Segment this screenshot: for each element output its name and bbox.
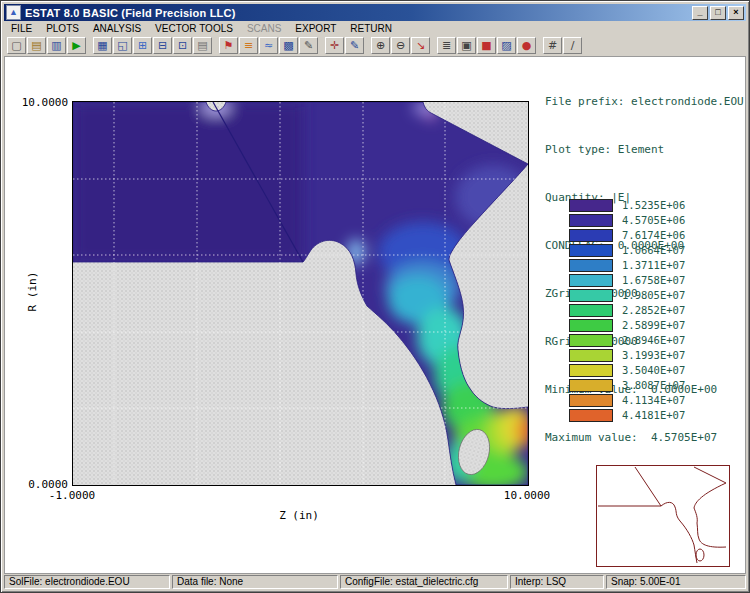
- status-interp: Interp: LSQ: [510, 575, 604, 589]
- toolbar-button-probe[interactable]: ✛: [325, 37, 344, 54]
- legend-swatch: [569, 319, 613, 332]
- toolbar-button-flag[interactable]: ⚑: [219, 37, 238, 54]
- menu-analysis[interactable]: ANALYSIS: [86, 23, 148, 34]
- toolbar-button-open-file[interactable]: ▤: [27, 37, 46, 54]
- toolbar-button-zoom-in[interactable]: ⊕: [371, 37, 390, 54]
- toolbar-button-dot-grid[interactable]: ⊡: [173, 37, 192, 54]
- toolbar-button-edit[interactable]: ✎: [299, 37, 318, 54]
- menu-export[interactable]: EXPORT: [288, 23, 343, 34]
- legend-value: 1.9805E+07: [622, 289, 685, 301]
- legend-swatch: [569, 274, 613, 287]
- legend-row: 1.0664E+07: [569, 244, 685, 256]
- menu-plots[interactable]: PLOTS: [39, 23, 86, 34]
- toolbar-button-wave-plot[interactable]: ≈: [259, 37, 278, 54]
- zoom-in-icon: ⊕: [372, 38, 389, 53]
- legend-swatch: [569, 259, 613, 272]
- toolbar-button-palette[interactable]: ▨: [497, 37, 516, 54]
- probe-icon: ✛: [326, 38, 343, 53]
- legend-swatch: [569, 394, 613, 407]
- toolbar-button-grid-view[interactable]: ⊞: [133, 37, 152, 54]
- contour-bands-icon: ≡: [240, 38, 257, 53]
- toolbar-button-line-tool[interactable]: ∕: [563, 37, 582, 54]
- print-icon: ≣: [438, 38, 455, 53]
- toolbar-button-mesh-view[interactable]: ▦: [93, 37, 112, 54]
- legend-row: 3.1993E+07: [569, 349, 685, 361]
- legend-row: 4.1134E+07: [569, 394, 685, 406]
- toolbar-button-log-view[interactable]: ▤: [193, 37, 212, 54]
- legend-value: 2.8946E+07: [622, 334, 685, 346]
- legend-row: 4.5705E+06: [569, 214, 685, 226]
- line-tool-icon: ∕: [564, 38, 581, 53]
- legend-swatch: [569, 199, 613, 212]
- legend-swatch: [569, 349, 613, 362]
- region-view-icon: ◱: [114, 38, 131, 53]
- toolbar-button-new-plot[interactable]: ▢: [7, 37, 26, 54]
- field-plot-canvas: [73, 102, 528, 485]
- x-axis-title: Z (in): [249, 509, 349, 522]
- toolbar-button-annotate[interactable]: ✎: [345, 37, 364, 54]
- legend-row: 1.3711E+07: [569, 259, 685, 271]
- legend-row: 2.5899E+07: [569, 319, 685, 331]
- legend-swatch: [569, 304, 613, 317]
- run-icon: ▶: [68, 38, 85, 53]
- legend-swatch: [569, 409, 613, 422]
- toolbar-button-record[interactable]: ●: [517, 37, 536, 54]
- status-bar: SolFile: electrondiode.EOU Data file: No…: [4, 575, 746, 589]
- legend-row: 7.6174E+06: [569, 229, 685, 241]
- open-file-icon: ▤: [28, 38, 45, 53]
- grid-view-icon: ⊞: [134, 38, 151, 53]
- toolbar-button-stop[interactable]: ■: [477, 37, 496, 54]
- legend-value: 4.1134E+07: [622, 394, 685, 406]
- menu-vector-tools[interactable]: VECTOR TOOLS: [148, 23, 240, 34]
- legend-row: 2.8946E+07: [569, 334, 685, 346]
- annotate-icon: ✎: [346, 38, 363, 53]
- menu-scans: SCANS: [240, 23, 288, 34]
- title-bar[interactable]: ▲ ESTAT 8.0 BASIC (Field Precision LLC) …: [4, 4, 746, 21]
- legend-value: 7.6174E+06: [622, 229, 685, 241]
- menu-return[interactable]: RETURN: [343, 23, 399, 34]
- close-button[interactable]: ×: [728, 6, 744, 20]
- legend-swatch: [569, 334, 613, 347]
- toolbar-button-run[interactable]: ▶: [67, 37, 86, 54]
- app-icon: ▲: [6, 5, 21, 20]
- legend-row: 3.5040E+07: [569, 364, 685, 376]
- legend-row: 1.6758E+07: [569, 274, 685, 286]
- toolbar-button-fine-grid[interactable]: ⊟: [153, 37, 172, 54]
- legend-swatch: [569, 229, 613, 242]
- toolbar-button-save-plot[interactable]: ▥: [47, 37, 66, 54]
- wave-plot-icon: ≈: [260, 38, 277, 53]
- new-plot-icon: ▢: [8, 38, 25, 53]
- x-axis-max-label: 10.0000: [497, 489, 557, 502]
- legend-value: 1.0664E+07: [622, 244, 685, 256]
- toolbar-button-contour-bands[interactable]: ≡: [239, 37, 258, 54]
- toolbar-button-print[interactable]: ≣: [437, 37, 456, 54]
- legend-value: 3.1993E+07: [622, 349, 685, 361]
- legend-swatch: [569, 244, 613, 257]
- toolbar-button-filled-plot[interactable]: ▩: [279, 37, 298, 54]
- legend-row: 4.4181E+07: [569, 409, 685, 421]
- filled-plot-icon: ▩: [280, 38, 297, 53]
- toolbar-button-copy[interactable]: ▣: [457, 37, 476, 54]
- copy-icon: ▣: [458, 38, 475, 53]
- log-view-icon: ▤: [194, 38, 211, 53]
- legend-value: 4.4181E+07: [622, 409, 685, 421]
- toolbar-button-region-view[interactable]: ◱: [113, 37, 132, 54]
- color-legend: 1.5235E+06 4.5705E+06 7.6174E+06 1.0664E…: [569, 199, 685, 424]
- toolbar-button-zoom-out[interactable]: ⊖: [391, 37, 410, 54]
- legend-value: 1.5235E+06: [622, 199, 685, 211]
- toolbar-button-pan[interactable]: ↘: [411, 37, 430, 54]
- flag-icon: ⚑: [220, 38, 237, 53]
- legend-row: 3.8087E+07: [569, 379, 685, 391]
- app-window: ▲ ESTAT 8.0 BASIC (Field Precision LLC) …: [0, 0, 750, 593]
- field-plot[interactable]: [72, 101, 529, 486]
- menu-file[interactable]: FILE: [4, 23, 39, 34]
- toolbar-button-hash-grid[interactable]: #: [543, 37, 562, 54]
- x-axis-min-label: -1.0000: [42, 489, 102, 502]
- geometry-thumbnail[interactable]: [596, 465, 730, 567]
- legend-value: 2.5899E+07: [622, 319, 685, 331]
- fine-grid-icon: ⊟: [154, 38, 171, 53]
- minimize-button[interactable]: _: [692, 6, 708, 20]
- maximize-button[interactable]: □: [710, 6, 726, 20]
- legend-row: 1.5235E+06: [569, 199, 685, 211]
- hash-grid-icon: #: [544, 38, 561, 53]
